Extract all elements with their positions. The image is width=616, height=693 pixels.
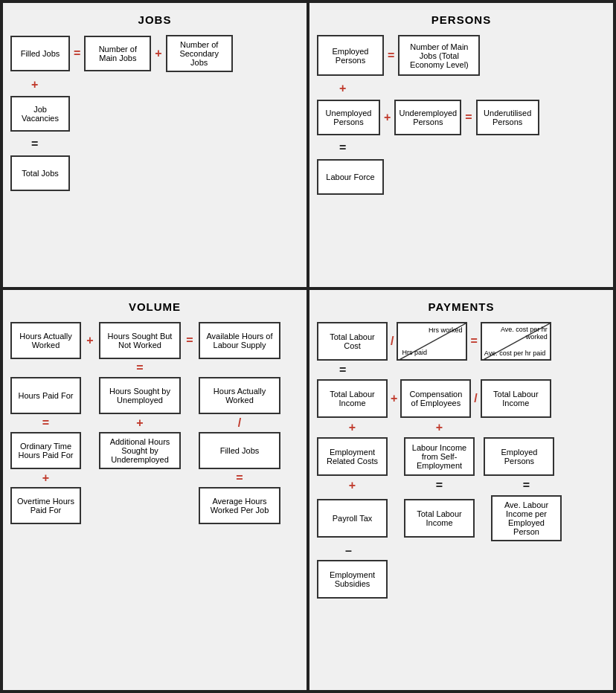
- unemployed-persons-box: Unemployed Persons: [317, 100, 380, 135]
- number-main-jobs-box: Number of Main Jobs: [84, 36, 151, 71]
- vol-eq1: =: [183, 334, 196, 347]
- job-vacancies-box: Job Vacancies: [10, 96, 70, 132]
- pay-row4: Payroll Tax Total Labour Income Ave. Lab…: [317, 495, 606, 541]
- jobs-title: JOBS: [10, 13, 299, 26]
- vol-plus3: +: [136, 416, 143, 430]
- total-jobs-box: Total Jobs: [10, 155, 70, 191]
- ave-labour-income-box: Ave. Labour Income per Employed Person: [491, 495, 562, 541]
- underemployed-persons-box: Underemployed Persons: [394, 100, 461, 135]
- pay-row1: Total Labour Cost / Hrs worked Hrs paid …: [317, 322, 606, 361]
- pay-div2: /: [474, 392, 477, 405]
- filled-jobs-vol-box: Filled Jobs: [199, 432, 280, 469]
- persons-plus2: +: [384, 111, 391, 124]
- vol-div1: /: [238, 416, 241, 430]
- persons-plus1-label: +: [339, 82, 606, 95]
- pay-plus1: +: [391, 392, 397, 405]
- vol-eq4: =: [236, 471, 243, 485]
- vol-eq3: =: [42, 416, 49, 430]
- persons-title: PERSONS: [317, 13, 606, 26]
- total-labour-income1-box: Total Labour Income: [317, 379, 388, 418]
- persons-eq2: =: [465, 111, 472, 124]
- jobs-eq1: =: [74, 47, 80, 60]
- hours-sought-not-worked-box: Hours Sought But Not Worked: [99, 322, 181, 359]
- diag-box1: Hrs worked Hrs paid: [397, 322, 467, 361]
- jobs-eq2-label: =: [31, 138, 299, 151]
- labour-income-self-employment-box: Labour Income from Self-Employment: [404, 437, 475, 476]
- pay-ops-row3: + +: [317, 421, 606, 434]
- vol-plus4: +: [42, 471, 49, 485]
- persons-row1: Employed Persons = Number of Main Jobs (…: [317, 35, 606, 76]
- compensation-employees-box: Compensation of Employees: [400, 379, 471, 418]
- pay-employment-subsidies-row: Employment Subsidies: [317, 560, 606, 599]
- hours-sought-unemployed-box: Hours Sought by Unemployed: [99, 377, 181, 414]
- hours-actually-worked-box2: Hours Actually Worked: [199, 377, 280, 414]
- persons-labourforce-row: Labour Force: [317, 159, 606, 195]
- number-secondary-jobs-box: Number of Secondary Jobs: [166, 35, 233, 72]
- average-hours-worked-box: Average Hours Worked Per Job: [199, 487, 280, 524]
- pay-row2: Total Labour Income + Compensation of Em…: [317, 379, 606, 418]
- employment-subsidies-box: Employment Subsidies: [317, 560, 388, 599]
- vol-plus1: +: [83, 334, 97, 347]
- pay-eq2-label: =: [339, 364, 606, 377]
- employment-related-costs-box: Employment Related Costs: [317, 437, 388, 476]
- hours-actually-worked-box1: Hours Actually Worked: [10, 322, 81, 359]
- persons-row2: Unemployed Persons + Underemployed Perso…: [317, 100, 606, 135]
- jobs-plus2-label: +: [31, 78, 299, 91]
- volume-title: VOLUME: [10, 300, 299, 313]
- total-labour-income3-box: Total Labour Income: [404, 499, 475, 538]
- total-labour-cost-box: Total Labour Cost: [317, 322, 388, 361]
- underutilised-persons-box: Underutilised Persons: [476, 100, 539, 135]
- payments-quadrant: PAYMENTS Total Labour Cost / Hrs worked …: [308, 289, 615, 692]
- pay-row3: Employment Related Costs Labour Income f…: [317, 437, 606, 476]
- jobs-vacancies-row: Job Vacancies: [10, 96, 299, 132]
- persons-quadrant: PERSONS Employed Persons = Number of Mai…: [308, 1, 615, 289]
- diag-box2: Ave. cost per hr worked Ave. cost per hr…: [481, 322, 551, 361]
- vol-eq2: =: [136, 361, 143, 375]
- pay-div1: /: [391, 335, 394, 348]
- filled-jobs-box: Filled Jobs: [10, 36, 70, 71]
- pay-minus1-label: –: [345, 544, 606, 558]
- jobs-quadrant: JOBS Filled Jobs = Number of Main Jobs +…: [1, 1, 308, 289]
- employed-persons-box: Employed Persons: [484, 437, 554, 476]
- diagram-container: JOBS Filled Jobs = Number of Main Jobs +…: [0, 0, 616, 693]
- payments-title: PAYMENTS: [317, 300, 606, 313]
- jobs-row1: Filled Jobs = Number of Main Jobs + Numb…: [10, 35, 299, 72]
- ordinary-time-hours-box: Ordinary Time Hours Paid For: [10, 432, 81, 469]
- jobs-plus1: +: [155, 47, 161, 60]
- volume-grid: Hours Actually Worked + Hours Sought But…: [10, 322, 299, 524]
- jobs-total-row: Total Jobs: [10, 155, 299, 191]
- number-main-jobs-total-box: Number of Main Jobs (Total Economy Level…: [398, 35, 480, 76]
- additional-hours-underemployed-box: Additional Hours Sought by Underemployed: [99, 432, 181, 469]
- pay-ops-row4: + = =: [317, 479, 606, 492]
- payroll-tax-box: Payroll Tax: [317, 499, 388, 538]
- employed-persons-box: Employed Persons: [317, 35, 384, 76]
- pay-eq1: =: [470, 335, 477, 348]
- labour-force-box: Labour Force: [317, 159, 384, 195]
- hours-paid-for-box: Hours Paid For: [10, 377, 81, 414]
- total-labour-income2-box: Total Labour Income: [481, 379, 551, 418]
- overtime-hours-box: Overtime Hours Paid For: [10, 487, 81, 524]
- volume-quadrant: VOLUME Hours Actually Worked + Hours Sou…: [1, 289, 308, 692]
- available-hours-box: Available Hours of Labour Supply: [199, 322, 280, 359]
- persons-eq3-label: =: [339, 141, 606, 155]
- persons-eq1: =: [388, 49, 394, 62]
